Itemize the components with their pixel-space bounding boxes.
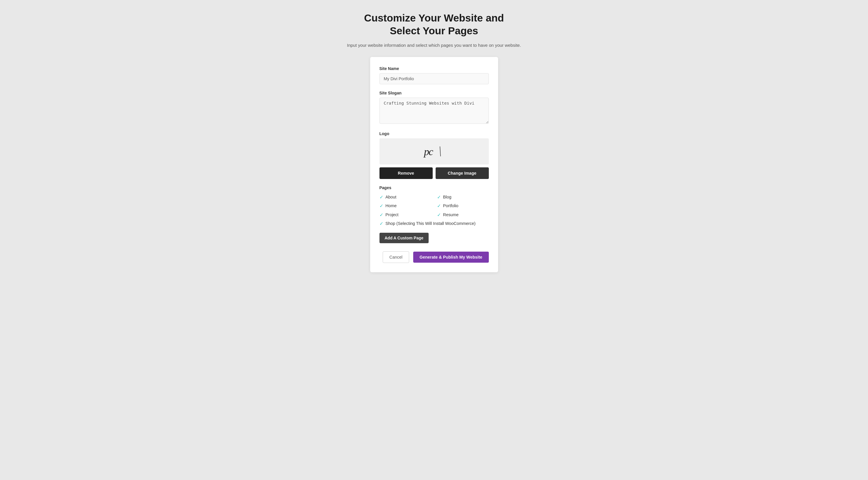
cancel-button[interactable]: Cancel: [383, 251, 409, 263]
check-icon-project: ✓: [379, 212, 383, 218]
remove-button[interactable]: Remove: [379, 167, 433, 179]
pages-label: Pages: [379, 185, 489, 190]
page-label-about: About: [385, 194, 397, 200]
svg-text:pc: pc: [423, 146, 433, 158]
site-name-field-group: Site Name: [379, 66, 489, 84]
card-footer: Cancel Generate & Publish My Website: [379, 251, 489, 263]
page-item-blog[interactable]: ✓ Blog: [437, 194, 489, 200]
add-custom-page-button[interactable]: Add A Custom Page: [379, 233, 429, 243]
page-item-portfolio[interactable]: ✓ Portfolio: [437, 203, 489, 209]
site-name-label: Site Name: [379, 66, 489, 71]
main-card: Site Name Site Slogan Crafting Stunning …: [370, 57, 498, 272]
site-slogan-input[interactable]: Crafting Stunning Websites with Divi: [379, 98, 489, 124]
page-label-shop: Shop (Selecting This Will Install WooCom…: [385, 220, 476, 226]
svg-line-1: [440, 146, 440, 156]
page-label-resume: Resume: [443, 212, 459, 218]
page-item-about[interactable]: ✓ About: [379, 194, 431, 200]
page-label-blog: Blog: [443, 194, 452, 200]
page-label-home: Home: [385, 203, 397, 209]
page-item-resume[interactable]: ✓ Resume: [437, 212, 489, 218]
check-icon-blog: ✓: [437, 194, 441, 200]
site-slogan-field-group: Site Slogan Crafting Stunning Websites w…: [379, 91, 489, 125]
page-item-home[interactable]: ✓ Home: [379, 203, 431, 209]
logo-label: Logo: [379, 131, 489, 136]
page-label-project: Project: [385, 212, 399, 218]
page-item-shop[interactable]: ✓ Shop (Selecting This Will Install WooC…: [379, 220, 489, 226]
check-icon-about: ✓: [379, 194, 383, 200]
logo-image: pc: [423, 144, 446, 159]
pages-grid: ✓ About ✓ Blog ✓ Home ✓ Portfolio ✓ Proj…: [379, 194, 489, 226]
check-icon-portfolio: ✓: [437, 203, 441, 209]
check-icon-shop: ✓: [379, 221, 383, 226]
check-icon-resume: ✓: [437, 212, 441, 218]
page-subtitle: Input your website information and selec…: [347, 42, 521, 49]
logo-field-group: Logo pc Remove Change Image: [379, 131, 489, 179]
pages-section: Pages ✓ About ✓ Blog ✓ Home ✓ Portfolio …: [379, 185, 489, 226]
page-item-project[interactable]: ✓ Project: [379, 212, 431, 218]
change-image-button[interactable]: Change Image: [436, 167, 489, 179]
generate-publish-button[interactable]: Generate & Publish My Website: [413, 252, 489, 263]
page-title: Customize Your Website and Select Your P…: [347, 12, 521, 37]
logo-preview: pc: [379, 138, 489, 165]
check-icon-home: ✓: [379, 203, 383, 209]
page-label-portfolio: Portfolio: [443, 203, 459, 209]
site-slogan-label: Site Slogan: [379, 91, 489, 95]
logo-buttons: Remove Change Image: [379, 167, 489, 179]
page-header: Customize Your Website and Select Your P…: [347, 12, 521, 49]
site-name-input[interactable]: [379, 73, 489, 84]
